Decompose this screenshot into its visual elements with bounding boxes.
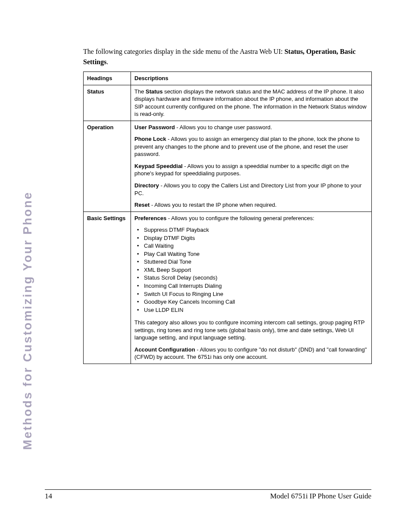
side-section-title: Methods for Customizing Your Phone [19,43,36,327]
side-section-title-text: Methods for Customizing Your Phone [21,191,34,450]
op-directory-text: - Allows you to copy the Callers List an… [134,182,361,196]
list-item: Status Scroll Delay (seconds) [136,274,368,282]
row-heading-status: Status [84,85,131,121]
op-reset-label: Reset [134,202,149,208]
list-item: Play Call Waiting Tone [136,250,368,258]
op-phone-lock-label: Phone Lock [134,136,166,142]
op-user-password-label: User Password [134,124,175,131]
list-item: Switch UI Focus to Ringing Line [136,290,368,298]
table-row: Status The Status section displays the n… [84,85,372,121]
footer-rule [45,489,371,490]
op-user-password-text: - Allows you to change user password. [175,124,272,131]
basic-prefs-text: - Allows you to configure the following … [166,215,314,221]
row-heading-basic: Basic Settings [84,212,131,364]
row-desc-basic: Preferences - Allows you to configure th… [131,212,372,364]
list-item: Call Waiting [136,242,368,250]
op-keypad-label: Keypad Speeddial [134,163,183,169]
intro-post: . [106,58,108,65]
col-header-descriptions: Descriptions [131,72,372,85]
basic-prefs-more: This category also allows you to configu… [134,319,368,342]
status-desc-bold: Status [146,88,163,95]
main-content: The following categories display in the … [83,47,372,364]
basic-prefs-label: Preferences [134,215,166,221]
op-directory-label: Directory [134,182,159,189]
op-phone-lock-text: - Allows you to assign an emergency dial… [134,136,359,157]
list-item: Goodbye Key Cancels Incoming Call [136,298,368,306]
table-header-row: Headings Descriptions [84,72,372,85]
table-row: Operation User Password - Allows you to … [84,121,372,212]
footer-doc-title: Model 6751i IP Phone User Guide [270,492,371,501]
list-item: Use LLDP ELIN [136,306,368,314]
list-item: Stuttered Dial Tone [136,258,368,266]
col-header-headings: Headings [84,72,131,85]
list-item: Display DTMF Digits [136,234,368,242]
categories-table: Headings Descriptions Status The Status … [83,72,372,364]
op-reset-text: - Allows you to restart the IP phone whe… [149,202,277,208]
status-desc-post: section displays the network status and … [134,88,367,118]
list-item: XML Beep Support [136,266,368,274]
row-desc-status: The Status section displays the network … [131,85,372,121]
row-desc-operation: User Password - Allows you to change use… [131,121,372,212]
status-desc-pre: The [134,88,146,95]
intro-paragraph: The following categories display in the … [83,47,372,67]
row-heading-operation: Operation [84,121,131,212]
table-row: Basic Settings Preferences - Allows you … [84,212,372,364]
preferences-list: Suppress DTMF Playback Display DTMF Digi… [136,226,368,314]
list-item: Suppress DTMF Playback [136,226,368,234]
footer-page-number: 14 [45,492,52,501]
basic-acct-label: Account Configuration [134,346,195,353]
list-item: Incoming Call Interrupts Dialing [136,282,368,290]
intro-pre: The following categories display in the … [83,48,284,55]
